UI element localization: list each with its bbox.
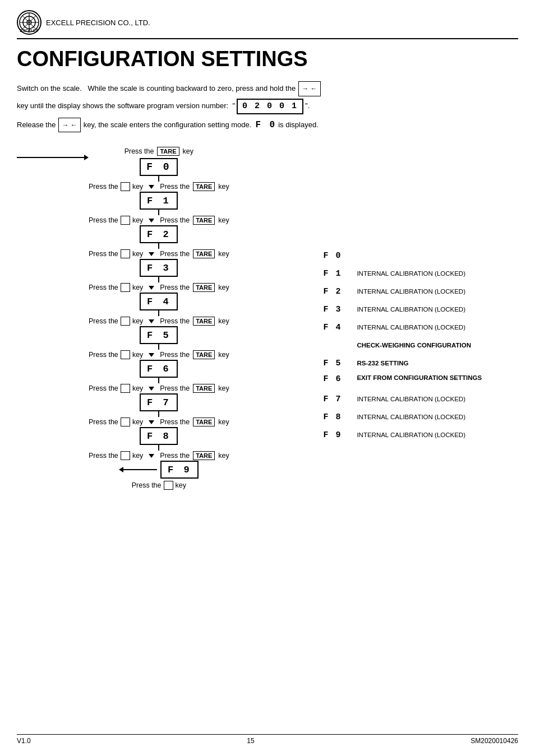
key-text-7b: key — [218, 418, 229, 426]
press-key-row-1: Press the key Press the TARE key — [89, 216, 229, 225]
press-text-7: Press the — [89, 418, 118, 426]
key-text-4: key — [132, 317, 143, 325]
key-text-9: key — [176, 481, 186, 489]
press-text-1: Press the — [89, 216, 118, 224]
right-row-F2: F 2 INTERNAL CALIBRATION (LOCKED) — [323, 284, 518, 299]
f9-display: F 9 — [160, 461, 199, 479]
key-text-0b: key — [218, 183, 229, 191]
intro-section: Switch on the scale. While the scale is … — [17, 81, 518, 136]
press-text-top: Press the — [124, 147, 154, 155]
intro-text-1a: Switch on the scale. While the scale is … — [17, 82, 296, 96]
right-spacer-top — [323, 147, 518, 248]
tare-btn-2: TARE — [193, 249, 215, 258]
arrow-down-1 — [149, 219, 154, 222]
f3-display: F 3 — [140, 259, 178, 277]
press-text-4b: Press the — [160, 317, 190, 325]
press-text-7b: Press the — [160, 418, 190, 426]
intro-text-1b: key until the display shows the software… — [17, 99, 235, 113]
press-text-6b: Press the — [160, 384, 190, 392]
arrow-left-tip — [119, 467, 123, 472]
key-text-2: key — [132, 250, 143, 258]
bottom-return-arrow — [119, 467, 157, 472]
right-label-F2: INTERNAL CALIBRATION (LOCKED) — [357, 288, 518, 295]
arrow-key-box-1: → ← — [298, 81, 320, 96]
press-tare-top: Press the TARE key — [124, 147, 193, 156]
f2-display: F 2 — [140, 225, 178, 243]
arrow-down-3 — [149, 286, 154, 290]
right-label-F3: INTERNAL CALIBRATION (LOCKED) — [357, 306, 518, 313]
tare-button-top: TARE — [157, 147, 179, 156]
key-text-top: key — [183, 147, 193, 155]
f6-display: F 6 — [140, 360, 178, 378]
nav-key-4 — [121, 317, 130, 326]
top-arrow-area — [17, 147, 89, 160]
press-key-row-8: Press the key Press the TARE key — [89, 451, 229, 460]
tare-btn-7: TARE — [193, 418, 215, 426]
press-key-row-3: Press the key Press the TARE key — [89, 283, 229, 292]
right-row-F8: F 8 INTERNAL CALIBRATION (LOCKED) — [323, 409, 518, 425]
key-text-6: key — [132, 384, 143, 392]
tare-btn-4: TARE — [193, 317, 215, 326]
right-seg-F9: F 9 — [323, 430, 352, 440]
intro-line-2: key until the display shows the software… — [17, 99, 518, 114]
nav-key-1 — [121, 216, 130, 225]
right-row-F5: F 5 RS-232 SETTING — [323, 355, 518, 371]
f0-display: F 0 — [140, 158, 178, 176]
nav-key-2 — [121, 249, 130, 258]
press-text-0: Press the — [89, 183, 118, 191]
right-label-F4b: CHECK-WEIGHING CONFIGURATION — [357, 342, 518, 349]
right-row-F4a: F 4 INTERNAL CALIBRATION (LOCKED) — [323, 319, 518, 335]
press-text-8: Press the — [89, 452, 118, 460]
tare-btn-1: TARE — [193, 216, 215, 225]
intro-text-2b: key, the scale enters the configuration … — [84, 118, 252, 132]
key-text-5: key — [132, 351, 143, 359]
f0-inline-display: F 0 — [255, 117, 276, 133]
arrow-tip — [84, 155, 89, 160]
arrow-down-8 — [149, 454, 154, 458]
press-key-row-2: Press the key Press the TARE key — [89, 249, 229, 258]
top-section: Press the TARE key F 0 Press the key — [17, 147, 312, 490]
v-line-1 — [158, 210, 159, 215]
right-row-F9: F 9 INTERNAL CALIBRATION (LOCKED) — [323, 427, 518, 443]
f1-display: F 1 — [140, 192, 178, 210]
right-label-F6: EXIT FROM CONFIGURATION SETTINGS — [357, 373, 518, 383]
footer-version: V1.0 — [17, 737, 31, 745]
nav-key-7 — [121, 418, 130, 426]
key-text-6b: key — [218, 384, 229, 392]
nav-key-5 — [121, 350, 130, 359]
v-line-4 — [158, 310, 159, 316]
page-title: CONFIGURATION SETTINGS — [17, 47, 518, 71]
intro-line-3: Release the → ← key, the scale enters th… — [17, 117, 518, 133]
arrow-line-top — [17, 157, 84, 158]
arrow-down-7 — [149, 420, 154, 424]
page: EXCELL® EXCELL PRECISION CO., LTD. CONFI… — [0, 0, 535, 756]
right-seg-F3: F 3 — [323, 305, 352, 314]
key-text-3b: key — [218, 284, 229, 291]
press-text-6: Press the — [89, 384, 118, 392]
press-key-row-4: Press the key Press the TARE key — [89, 317, 229, 326]
key-text-4b: key — [218, 317, 229, 325]
press-text-9: Press the — [132, 481, 162, 489]
right-row-F6: F 6 EXIT FROM CONFIGURATION SETTINGS — [323, 373, 518, 389]
right-seg-F1: F 1 — [323, 269, 352, 279]
intro-text-2c: is displayed. — [278, 118, 319, 132]
v-line-2 — [158, 243, 159, 249]
diagram-area: Press the TARE key F 0 Press the key — [17, 147, 518, 723]
f4-display: F 4 — [140, 293, 178, 310]
left-flow: Press the TARE key F 0 Press the key — [17, 147, 312, 723]
nav-key-9 — [164, 481, 173, 490]
press-key-row-0: Press the key Press the TARE key — [89, 182, 229, 191]
press-key-row-5: Press the key Press the TARE key — [89, 350, 229, 359]
press-text-1b: Press the — [160, 216, 190, 224]
right-seg-F7: F 7 — [323, 395, 352, 404]
right-label-F1: INTERNAL CALIBRATION (LOCKED) — [357, 270, 518, 277]
nav-key-6 — [121, 384, 130, 393]
tare-btn-0: TARE — [193, 182, 215, 191]
logo-excell-text: EXCELL® — [18, 29, 40, 33]
intro-line-1: Switch on the scale. While the scale is … — [17, 81, 518, 96]
key-text-0: key — [132, 183, 143, 191]
v-line-8 — [158, 445, 159, 451]
key-text-8: key — [132, 452, 143, 460]
arrow-down-0 — [149, 185, 154, 189]
press-text-5: Press the — [89, 351, 118, 359]
